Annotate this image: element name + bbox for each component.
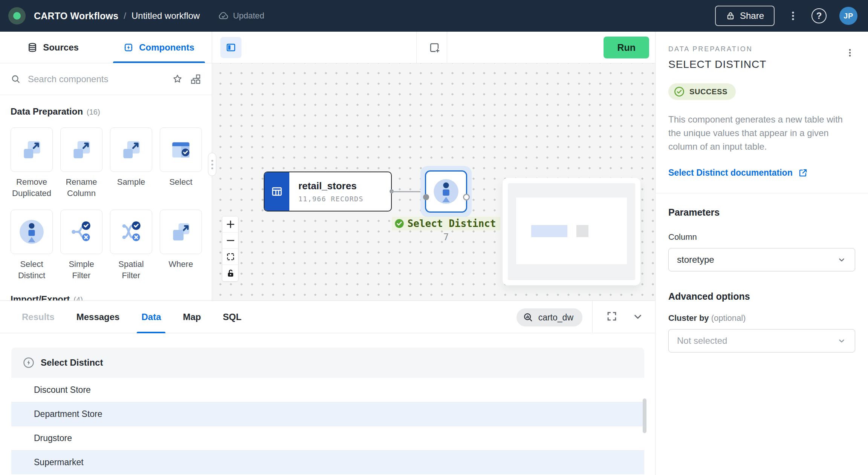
top-bar-actions: Share ? JP	[715, 6, 857, 26]
advanced-options-heading: Advanced options	[668, 291, 855, 302]
table-scrollbar[interactable]	[643, 398, 646, 433]
share-button[interactable]: Share	[715, 6, 775, 26]
sidebar-toggle-icon[interactable]	[220, 37, 241, 58]
input-port[interactable]	[423, 194, 429, 200]
tab-map[interactable]: Map	[183, 301, 201, 333]
section-import-export: Import/Export (4)	[11, 294, 201, 300]
add-note-icon[interactable]	[425, 38, 443, 57]
component-detail-panel: DATA PREPARATION SELECT DISTINCT SU	[655, 32, 868, 475]
workflow-tree-icon[interactable]	[190, 74, 201, 85]
database-icon	[27, 42, 38, 53]
component-simple-filter[interactable]: Simple Filter	[60, 210, 102, 281]
component-select-distinct[interactable]: Select Distinct	[11, 210, 53, 281]
tab-components-label: Components	[139, 42, 194, 53]
chevron-down-icon	[837, 336, 847, 346]
carto-logo[interactable]	[8, 7, 26, 25]
table-row[interactable]: Department Store	[11, 402, 644, 426]
node-label: Select Distinct	[408, 218, 496, 229]
status-badge: SUCCESS	[668, 83, 736, 100]
tabbar-divider	[592, 301, 593, 333]
panel-more-options-icon[interactable]	[845, 48, 855, 58]
tab-results[interactable]: Results	[22, 301, 55, 333]
canvas-grid[interactable]: retail_stores 11,966 RECORDS	[212, 63, 655, 300]
panel-tabs: Sources Components	[0, 32, 212, 63]
documentation-link[interactable]: Select Distinct documentation	[668, 168, 808, 178]
crossing-filter-icon	[119, 219, 144, 244]
section-data-preparation: Data Preparation (16)	[11, 106, 201, 117]
node-selection-halo	[420, 166, 472, 217]
tab-messages[interactable]: Messages	[76, 301, 120, 333]
data-explorer-icon	[523, 312, 534, 323]
component-where[interactable]: Where	[160, 210, 202, 281]
component-remove-duplicated[interactable]: Remove Duplicated	[11, 127, 53, 199]
connection-badge[interactable]: carto_dw	[517, 308, 582, 326]
run-button[interactable]: Run	[604, 37, 649, 58]
unlock-icon[interactable]	[222, 265, 238, 281]
table-node-icon	[264, 172, 289, 211]
tab-components[interactable]: Components	[106, 32, 212, 63]
chevron-down-icon[interactable]	[632, 311, 644, 323]
cluster-by-select[interactable]: Not selected	[668, 329, 855, 352]
tab-sources-label: Sources	[43, 42, 79, 53]
section-title: Data Preparation	[11, 106, 83, 117]
table-row[interactable]: Supermarket	[11, 450, 644, 474]
column-label: Column	[668, 232, 855, 242]
avatar[interactable]: JP	[839, 7, 857, 25]
save-status-label: Updated	[233, 11, 264, 21]
tab-data[interactable]: Data	[141, 301, 161, 333]
node-title: retail_stores	[298, 180, 391, 192]
results-tabbar: Results Messages Data Map SQL	[0, 301, 655, 333]
canvas-toolbar: Run	[212, 32, 655, 63]
table-row[interactable]: Discount Store	[11, 378, 644, 402]
table-row[interactable]: Drugstore	[11, 426, 644, 450]
fit-view-icon[interactable]	[222, 249, 238, 265]
tab-sources[interactable]: Sources	[0, 32, 106, 63]
help-icon[interactable]: ?	[811, 8, 827, 23]
node-select-distinct[interactable]	[425, 170, 467, 213]
search-row	[0, 63, 212, 95]
success-check-icon	[394, 218, 405, 229]
favorites-star-icon[interactable]	[172, 74, 183, 85]
connection-name: carto_dw	[538, 313, 573, 323]
tab-sql[interactable]: SQL	[223, 301, 241, 333]
node-label-row: Select Distinct	[383, 217, 509, 230]
component-rename-column[interactable]: Rename Column	[60, 127, 102, 199]
toolbar-divider	[416, 32, 417, 63]
app-title: CARTO Workflows	[34, 11, 118, 21]
toolbar-divider	[447, 32, 447, 63]
table-header-row: Select Distinct	[11, 348, 644, 378]
panel-resize-handle[interactable]	[208, 153, 216, 176]
component-grid: Remove Duplicated	[11, 127, 201, 281]
panel-divider	[656, 193, 868, 193]
edge-connector	[391, 191, 424, 192]
zoom-in-icon[interactable]	[222, 216, 238, 233]
component-select[interactable]: Select	[160, 127, 202, 199]
skeleton-block	[576, 225, 588, 237]
workflow-canvas: Run	[212, 32, 655, 300]
table-check-icon	[168, 137, 193, 162]
workspace-split: Sources Components	[0, 32, 655, 300]
select-distinct-icon	[433, 178, 459, 205]
component-sample[interactable]: Sample	[110, 127, 152, 199]
column-select[interactable]: storetype	[668, 248, 855, 271]
output-port[interactable]	[463, 194, 470, 201]
success-outline-check-icon	[674, 86, 685, 97]
left-column: Sources Components	[0, 32, 655, 475]
components-icon	[123, 42, 134, 53]
more-options-icon[interactable]	[787, 10, 799, 21]
node-retail-stores[interactable]: retail_stores 11,966 RECORDS	[264, 172, 392, 211]
search-icon	[11, 74, 21, 84]
expand-panel-icon[interactable]	[605, 310, 618, 323]
carto-logo-dot	[13, 12, 21, 20]
search-input[interactable]	[28, 74, 165, 84]
component-title: SELECT DISTINCT	[668, 58, 766, 70]
component-spatial-filter[interactable]: Spatial Filter	[110, 210, 152, 281]
branch-filter-icon	[69, 219, 94, 244]
workflow-title[interactable]: Untitled workflow	[131, 11, 200, 21]
help-glyph: ?	[811, 8, 827, 23]
lightning-circle-icon	[23, 357, 35, 369]
zoom-out-icon[interactable]	[222, 233, 238, 249]
select-distinct-icon	[19, 219, 44, 245]
top-bar: CARTO Workflows / Untitled workflow Upda…	[0, 0, 868, 32]
table-header-title: Select Distinct	[41, 357, 103, 368]
